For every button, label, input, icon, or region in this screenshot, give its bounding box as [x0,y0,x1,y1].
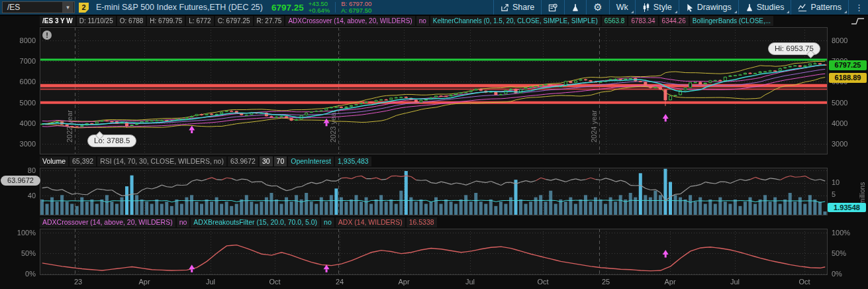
symbol-select[interactable]: /ES ▾ [2,1,75,13]
flag-badge[interactable]: 2 [79,3,89,13]
high-price-text: Hi: 6953.75 [775,44,814,52]
volume-header-segment-6[interactable]: OpenInterest [288,156,334,166]
patterns-button[interactable]: Patterns [791,0,848,15]
openinterest-axis-badge: 1.93548 [828,203,866,212]
flask-icon [571,3,579,12]
dropdown-corner-icon [675,11,677,13]
low-price-tooltip: Lo: 3788.5 [87,135,136,147]
dropdown-corner-icon [844,11,847,13]
studies-label: Studies [757,3,785,12]
adx-header-segment-1: no [177,217,190,227]
symbol-value: /ES [7,3,20,12]
price-change: +43.50 +0.64% [309,1,330,14]
flask-icon [746,3,753,12]
chart-canvas[interactable] [0,16,868,289]
style-button[interactable]: Style [635,0,679,15]
adx-header-segment-2[interactable]: ADXBreakoutsFilter (15, 20.0, 70.0, 5.0) [191,217,320,227]
share-button[interactable]: Share [493,0,541,15]
change-percent: +0.64% [309,7,330,14]
timeframe-label: Wk [616,3,628,12]
volume-header-segment-7: 1,935,483 [335,156,371,166]
share-icon [501,3,509,12]
last-price: 6797.25 [271,3,304,13]
bid-ask: B: 6797.00 A: 6797.50 [341,1,371,14]
candlestick-icon [642,3,650,12]
gear-icon: ⚙ [593,3,602,12]
corner-fold-icon [85,9,89,13]
quick-study-button[interactable] [564,0,586,15]
timeframe-button[interactable]: Wk [609,0,635,15]
chart-mode-icon[interactable] [850,17,866,26]
adx-header-segment-5: 16.5338 [407,217,437,227]
cursor-icon [686,3,694,12]
study-value-axis-badge: 6188.89 [829,73,867,83]
price-header-segment-6: R: 27.75 [254,16,285,26]
volume-header-segment-4: 30 [260,156,273,166]
price-header-segment-13[interactable]: BollingerBands (CLOSE,... [690,16,773,26]
share-label: Share [512,3,534,12]
alert-icon[interactable]: ! [42,30,52,40]
adx-pane-header: ADXCrossover (14, above, 20, WILDERS)noA… [40,217,438,228]
more-options-icon[interactable]: ⋮ [848,0,868,15]
volume-header-segment-0[interactable]: Volume [40,156,68,166]
chevron-down-icon[interactable]: ▾ [62,2,73,13]
price-header-segment-2: O: 6788 [117,16,146,26]
alerts-button[interactable] [541,0,564,15]
drawings-label: Drawings [697,3,732,12]
price-header-segment-12: 6344.26 [659,16,689,26]
toolbar: /ES ▾ 2 E-mini S&P 500 Index Futures,ETH… [0,0,868,16]
price-header-segment-5: C: 6797.25 [215,16,253,26]
dropdown-corner-icon [734,11,737,13]
price-header-segment-9[interactable]: KeltnerChannels (0, 1.5, 20, CLOSE, SIMP… [430,16,601,26]
price-header-segment-4: L: 6772 [186,16,213,26]
high-price-tooltip: Hi: 6953.75 [768,42,820,55]
volume-pane-header: Volume65,392RSI (14, 70, 30, CLOSE, WILD… [40,156,373,167]
price-header-segment-0: /ES 3 Y W [40,16,75,26]
dropdown-corner-icon [631,11,634,13]
volume-header-segment-1: 65,392 [70,156,96,166]
adx-header-segment-0[interactable]: ADXCrossover (14, above, 20, WILDERS) [40,217,175,227]
volume-header-segment-3: 63.9672 [228,156,258,166]
chart-area: /ES 3 Y WD: 11/10/25O: 6788H: 6799.75L: … [0,16,868,289]
dropdown-corner-icon [787,11,789,13]
rsi-value-axis-badge: 63.9672 [1,176,40,186]
ask-value: 6797.50 [349,7,371,14]
price-header-segment-1: D: 11/10/25 [77,16,116,26]
style-label: Style [653,3,672,12]
patterns-label: Patterns [810,3,842,12]
volume-header-segment-2[interactable]: RSI (14, 70, 30, CLOSE, WILDERS, no) [97,156,226,166]
price-header-segment-7[interactable]: ADXCrossover (14, above, 20, WILDERS) [285,16,414,26]
last-price-axis-badge: 6797.25 [829,60,867,70]
calendar-note-icon [548,3,557,12]
adx-header-segment-3: no [321,217,334,227]
studies-button[interactable]: Studies [738,0,791,15]
price-pane-header: /ES 3 Y WD: 11/10/25O: 6788H: 6799.75L: … [40,16,775,27]
symbol-description: E-mini S&P 500 Index Futures,ETH (DEC 25… [96,3,263,12]
price-header-segment-8: no [416,16,429,26]
divider [335,2,336,13]
settings-button[interactable]: ⚙ [586,0,608,15]
low-price-text: Lo: 3788.5 [94,137,130,144]
app-root: /ES ▾ 2 E-mini S&P 500 Index Futures,ETH… [0,0,868,289]
zigzag-pattern-icon [798,3,807,12]
price-header-segment-3: H: 6799.75 [147,16,185,26]
ask-label: A: [341,7,347,14]
volume-header-segment-5: 70 [274,156,287,166]
drawings-button[interactable]: Drawings [679,0,738,15]
adx-header-segment-4[interactable]: ADX (14, WILDERS) [336,217,405,227]
price-header-segment-11: 6783.34 [628,16,657,26]
price-header-segment-10: 6563.8 [602,16,628,26]
